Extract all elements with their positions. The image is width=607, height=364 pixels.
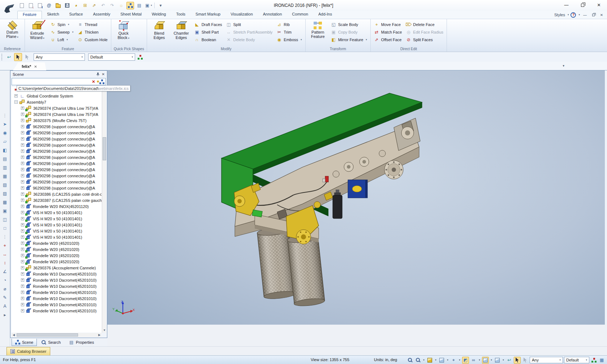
selection-tool-icon[interactable]: ➤ (1, 121, 9, 127)
camera-tool-icon[interactable]: ◉ (1, 130, 9, 136)
pin-icon[interactable] (96, 72, 100, 77)
dropdown-caret-icon[interactable]: ▾ (490, 359, 493, 361)
tree-item[interactable]: +96290298 (support connecteur)@A (12, 148, 102, 154)
tree-search-box[interactable]: ✕ ✱ (12, 78, 106, 85)
doc-minimize-button[interactable]: — (582, 12, 588, 17)
sweep-button[interactable]: ∿Sweep▾ (49, 29, 75, 36)
tree-expand-toggle[interactable]: + (21, 297, 24, 300)
open-import-icon[interactable] (27, 2, 35, 9)
tree-item[interactable]: +36290376 (Accouplement Cannele) (12, 265, 102, 271)
scale-body-button[interactable]: ◱Scale Body (330, 21, 369, 28)
render-icon[interactable]: ◕ (72, 2, 80, 9)
scroll-down-icon[interactable]: ▼ (102, 328, 107, 333)
tree-expand-toggle[interactable]: + (21, 235, 24, 239)
select-cursor-icon[interactable] (14, 53, 22, 61)
select-cursor-icon[interactable] (514, 357, 521, 364)
points-catalog-icon[interactable]: ▩ (1, 199, 9, 205)
filter-tree-icon[interactable]: ✱ (96, 79, 104, 84)
tree-expand-toggle[interactable]: + (21, 205, 24, 208)
diameter-measure-icon[interactable]: ⌀ (1, 286, 9, 292)
tree-expand-toggle[interactable]: + (21, 266, 24, 269)
undo-icon[interactable]: ↶ (99, 2, 107, 9)
surface-catalog-icon[interactable]: ▧ (1, 182, 9, 188)
configuration-select[interactable]: Default▾ (88, 53, 135, 61)
configuration-select[interactable]: Default▾ (564, 357, 589, 363)
ribbon-tab-common[interactable]: Common (287, 11, 313, 19)
move-face-button[interactable]: ⌖Move Face (373, 21, 403, 28)
tab-list-icon[interactable]: ▾ (563, 64, 564, 68)
scene-browser-icon[interactable] (126, 2, 134, 9)
tree-item[interactable]: +96290298 (support connecteur)@A (12, 142, 102, 148)
doc-restore-button[interactable] (590, 12, 597, 17)
delete-face-button[interactable]: ⌦Delete Face (404, 21, 445, 28)
tree-item[interactable]: +∟Global Coordinate System (12, 93, 102, 99)
panel-tab-properties[interactable]: ▤Properties (65, 339, 98, 346)
styles-caret-icon[interactable]: ▾ (568, 13, 569, 16)
rib-button[interactable]: ⊿Rib (275, 21, 303, 28)
tree-item[interactable]: +Rondelle W20 (45201020) (12, 246, 102, 252)
panel-tab-scene[interactable]: Scene (12, 339, 37, 346)
split-faces-button[interactable]: ⊘Split Faces (404, 36, 445, 43)
point-measure-icon[interactable]: ⌖ (1, 242, 9, 248)
tree-item[interactable]: +36230387 (LCA125S palan cote gauche- (12, 197, 102, 203)
tree-expand-toggle[interactable]: + (21, 211, 24, 214)
tree-expand-toggle[interactable]: + (21, 260, 24, 263)
stereo-glasses-icon[interactable]: ∞ (470, 357, 477, 364)
tree-item[interactable]: +Rondelle W10 Dacromet(45201010) (12, 289, 102, 295)
tree-item[interactable]: +96290298 (support connecteur)@A (12, 185, 102, 191)
scene-structure-icon[interactable] (590, 357, 597, 364)
tree-expand-toggle[interactable]: + (21, 223, 24, 226)
ribbon-tab-sheet-metal[interactable]: Sheet Metal (115, 11, 147, 19)
return-select-icon[interactable]: ↩ (5, 53, 13, 61)
cylinder-catalog-icon[interactable]: ▥ (1, 164, 9, 170)
offset-face-button[interactable]: ⇗Offset Face (373, 36, 403, 43)
tree-expand-toggle[interactable]: + (21, 174, 24, 177)
tree-expand-toggle[interactable]: + (21, 309, 24, 312)
ribbon-tab-tools[interactable]: Tools (171, 11, 190, 19)
tree-item[interactable]: +96290298 (support connecteur)@A (12, 160, 102, 166)
tree-item[interactable]: +VIS H M20 x 50 (41001401) (12, 209, 102, 216)
tree-expand-toggle[interactable]: + (21, 254, 24, 257)
viewport-3d[interactable] (107, 70, 605, 325)
shape-tool-icon[interactable]: ◧ (1, 147, 9, 153)
height-measure-icon[interactable]: ↕ (1, 260, 9, 266)
dropdown-caret-icon[interactable]: ▾ (458, 359, 461, 361)
tree-expand-toggle[interactable]: + (21, 285, 24, 288)
tree-expand-toggle[interactable]: + (21, 137, 24, 140)
dropdown-caret-icon[interactable]: ▾ (422, 359, 425, 361)
dropdown-caret-icon[interactable]: ▾ (434, 359, 437, 361)
custom-hole-button[interactable]: ⊙Custom Hole (76, 36, 109, 43)
blend-edges-button[interactable]: Blend Edges (149, 20, 170, 40)
match-face-button[interactable]: ⇄Match Face (373, 29, 403, 36)
ribbon-tab-feature[interactable]: Feature (17, 11, 42, 19)
restore-button[interactable] (574, 0, 591, 10)
loft-button[interactable]: ∪Loft▾ (49, 36, 75, 43)
emboss-button[interactable]: ◉Emboss▾ (275, 36, 303, 43)
redo-icon[interactable]: ↷ (108, 2, 116, 9)
tree-expand-toggle[interactable]: + (21, 229, 24, 233)
tree-item[interactable]: +Rondelle W20 (45201020) (12, 240, 102, 246)
ribbon-tab-visualization[interactable]: Visualization (225, 11, 258, 19)
insert-image-icon[interactable] (36, 2, 44, 9)
ribbon-tab-welding[interactable]: Welding (147, 11, 171, 19)
styles-dropdown[interactable]: Styles (554, 13, 565, 17)
toolbar-grip-icon[interactable] (1, 54, 3, 60)
tree-item[interactable]: +Rondelle W20 (45201020) (12, 259, 102, 265)
tree-expand-toggle[interactable]: + (21, 192, 24, 196)
tree-item[interactable]: +Rondelle W20 (45201020) (12, 252, 102, 259)
assembly-catalog-icon[interactable]: ◫ (1, 216, 9, 222)
pattern-catalog-icon[interactable]: ▣ (1, 208, 9, 214)
tree-item[interactable]: +Rondelle W10 Dacromet(45201010) (12, 308, 102, 314)
render-mode-icon[interactable] (482, 357, 489, 364)
component-catalog-icon[interactable]: □ (1, 225, 9, 231)
panel-close-icon[interactable]: ✕ (102, 72, 105, 76)
window-copies-icon[interactable]: ▣▾ (145, 2, 152, 9)
tree-item[interactable]: +36290374 (Chariot Ultra Low 75T)#A (12, 105, 102, 111)
quick-block-button[interactable]: Quick Block▾ (113, 20, 134, 40)
tree-expand-toggle[interactable]: + (21, 143, 24, 147)
zoom-window-icon[interactable] (414, 357, 421, 364)
spin-button[interactable]: ↻Spin▾ (49, 21, 75, 28)
leader-note-icon[interactable]: ✎ (1, 294, 9, 300)
clear-search-icon[interactable]: ✕ (92, 79, 95, 84)
tree-expand-toggle[interactable]: + (14, 94, 18, 98)
